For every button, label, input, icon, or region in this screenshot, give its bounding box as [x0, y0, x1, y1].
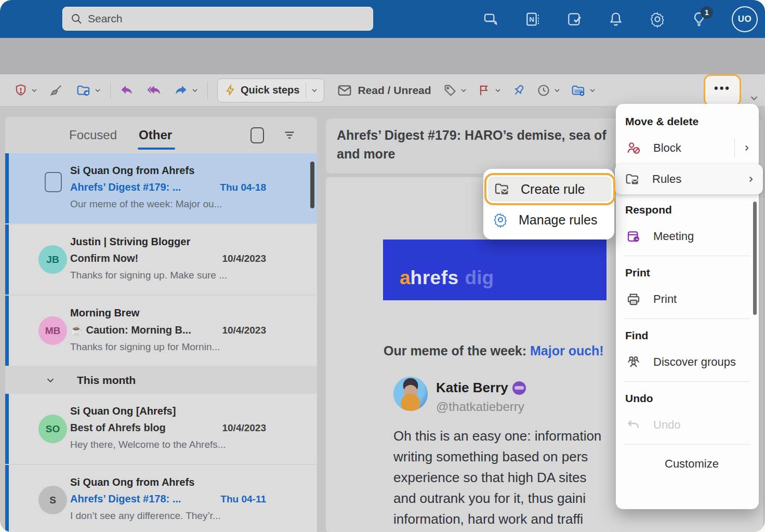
notifications-bell-icon[interactable]: [607, 10, 625, 28]
email-date: Thu 04-11: [220, 494, 266, 505]
divider: [624, 318, 750, 319]
chevron-down-icon[interactable]: [553, 86, 561, 95]
email-row[interactable]: MB Morning Brew ☕ Caution: Morning B... …: [5, 296, 317, 366]
tips-lightbulb-icon[interactable]: 1: [690, 10, 708, 28]
manage-rules-item[interactable]: Manage rules: [483, 205, 614, 234]
account-avatar[interactable]: UO: [732, 6, 758, 32]
menu-item-meeting[interactable]: Meeting: [616, 221, 759, 251]
menu-item-rules[interactable]: Rules: [615, 164, 763, 194]
settings-gear-icon[interactable]: [649, 10, 666, 28]
svg-text:N: N: [529, 15, 534, 23]
chevron-down-icon[interactable]: [94, 86, 102, 95]
email-sender: Si Quan Ong from Ahrefs: [70, 473, 266, 488]
list-scrollbar-thumb[interactable]: [310, 162, 314, 208]
move-to-button[interactable]: [74, 81, 104, 100]
email-preview: I don’t see any difference. They’r...: [70, 510, 266, 522]
more-options-button[interactable]: •••: [704, 74, 741, 107]
ahrefs-banner: ahrefsdig: [383, 240, 606, 300]
menu-item-label: Meeting: [653, 230, 751, 243]
meeting-calendar-icon: [625, 229, 642, 244]
email-preview: Thanks for signing up. Make sure ...: [70, 270, 266, 281]
email-row[interactable]: JB Justin | Striving Blogger Confirm Now…: [5, 224, 317, 295]
email-subject: Ahrefs’ Digest #178: ...: [70, 493, 181, 505]
filter-icon[interactable]: [283, 128, 296, 142]
create-rule-item[interactable]: Create rule: [484, 173, 615, 205]
email-row[interactable]: Si Quan Ong from Ahrefs Ahrefs’ Digest #…: [5, 153, 317, 223]
menu-item-label: Print: [653, 292, 751, 306]
email-subject: ☕ Caution: Morning B...: [70, 324, 191, 336]
create-rule-folder-icon: [494, 181, 510, 197]
message-list: Focused Other Si Quan Ong from Ahrefs Ah…: [5, 117, 317, 532]
undo-icon: [625, 417, 642, 433]
menu-item-discover-groups[interactable]: Discover groups: [616, 347, 759, 377]
unread-indicator: [5, 153, 9, 223]
avatar: MB: [38, 316, 67, 345]
manage-rules-gear-icon: [493, 212, 508, 228]
pin-button[interactable]: [509, 81, 528, 100]
menu-item-block[interactable]: Block: [616, 133, 759, 163]
chevron-down-icon[interactable]: [494, 86, 502, 95]
chevron-down-icon[interactable]: [459, 86, 468, 95]
chevron-down-icon[interactable]: [30, 86, 38, 95]
reply-all-button[interactable]: [144, 81, 164, 100]
divider: [306, 83, 306, 98]
menu-item-print[interactable]: Print: [616, 284, 759, 314]
sweep-button[interactable]: [47, 81, 65, 100]
tweet-handle: @thatkatieberry: [436, 400, 524, 414]
search-input[interactable]: Search: [62, 7, 373, 31]
categorize-button[interactable]: [441, 81, 470, 100]
menu-scrollbar-thumb[interactable]: [753, 202, 757, 315]
email-row[interactable]: S Si Quan Ong from Ahrefs Ahrefs’ Digest…: [5, 465, 317, 532]
lightning-icon: [224, 84, 236, 97]
email-preview: Hey there, Welcome to the Ahrefs...: [70, 439, 266, 450]
email-subject: Confirm Now!: [70, 252, 138, 264]
report-button[interactable]: [11, 81, 41, 100]
snooze-button[interactable]: [534, 81, 563, 100]
shield-alert-icon: [14, 83, 28, 98]
divider: [734, 139, 735, 157]
ribbon-collapse-chevron[interactable]: [748, 92, 760, 104]
read-unread-button[interactable]: Read / Unread: [337, 83, 431, 98]
reply-all-icon: [146, 83, 162, 98]
divider: [110, 82, 111, 99]
flag-button[interactable]: [475, 81, 504, 100]
todo-icon[interactable]: [565, 10, 583, 28]
tab-focused[interactable]: Focused: [69, 128, 117, 142]
reply-button[interactable]: [117, 81, 137, 100]
menu-section-print: Print: [616, 260, 759, 284]
list-section-header[interactable]: This month: [5, 367, 317, 394]
email-preview: Thanks for signing up for Mornin...: [70, 341, 266, 353]
chevron-down-icon[interactable]: [191, 86, 199, 95]
outlook-window: Search N 1 UO: [0, 0, 765, 532]
quick-steps-button[interactable]: Quick steps: [217, 78, 324, 102]
section-label: This month: [77, 374, 136, 387]
email-subject: Ahrefs’ Digest #179: ...: [70, 181, 181, 193]
select-all-icon[interactable]: [250, 127, 264, 143]
menu-section-move-delete: Move & delete: [616, 109, 759, 133]
meme-link[interactable]: Major ouch!: [530, 343, 604, 358]
command-ribbon: Quick steps Read / Unread •••: [0, 74, 765, 107]
email-row[interactable]: SO Si Quan Ong [Ahrefs] Best of Ahrefs b…: [5, 394, 317, 464]
read-unread-label: Read / Unread: [358, 84, 431, 97]
menu-item-undo[interactable]: Undo: [616, 410, 759, 440]
menu-item-customize[interactable]: Customize: [616, 449, 759, 479]
forward-icon: [173, 83, 189, 98]
email-sender: Justin | Striving Blogger: [70, 233, 266, 248]
unread-indicator: [5, 296, 9, 366]
chevron-right-icon[interactable]: [746, 175, 756, 184]
onenote-icon[interactable]: N: [524, 10, 542, 28]
email-checkbox[interactable]: [45, 172, 62, 192]
chevron-down-icon[interactable]: [45, 375, 56, 386]
tab-other[interactable]: Other: [139, 128, 172, 142]
chevron-right-icon[interactable]: [742, 143, 751, 153]
chevron-down-icon[interactable]: [588, 86, 597, 95]
rules-folder-icon: [624, 171, 641, 187]
forward-button[interactable]: [171, 81, 201, 100]
ninja-emoji-icon: [512, 381, 526, 395]
message-list-header: Focused Other: [5, 117, 317, 153]
chevron-down-icon[interactable]: [310, 86, 319, 95]
rules-toolbar-button[interactable]: [569, 81, 599, 100]
flag-icon: [477, 83, 492, 98]
chat-icon[interactable]: [482, 10, 500, 28]
menu-item-label: Discover groups: [653, 355, 751, 369]
